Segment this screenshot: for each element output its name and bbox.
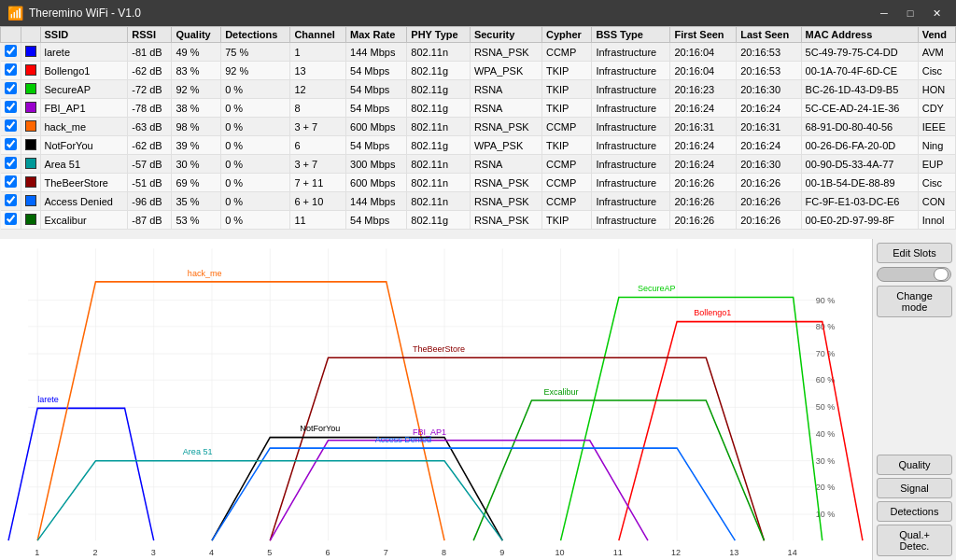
slider-control[interactable] <box>877 267 951 282</box>
quality-button[interactable]: Quality <box>877 455 952 475</box>
row-checkbox-cell[interactable] <box>1 62 21 80</box>
col-first[interactable]: First Seen <box>670 27 737 43</box>
col-bss[interactable]: BSS Type <box>592 27 670 43</box>
edit-slots-button[interactable]: Edit Slots <box>877 243 952 263</box>
row-checkbox-cell[interactable] <box>1 80 21 99</box>
col-phy[interactable]: PHY Type <box>407 27 471 43</box>
row-ssid: hack_me <box>40 118 128 136</box>
svg-text:9: 9 <box>499 548 504 557</box>
maximize-button[interactable]: □ <box>898 4 922 22</box>
col-mac[interactable]: MAC Address <box>801 27 918 43</box>
row-vend: Cisc <box>918 62 955 80</box>
row-checkbox[interactable] <box>5 63 17 76</box>
table-row[interactable]: FBI_AP1-78 dB38 %0 %854 Mbps802.11gRSNAT… <box>1 99 956 118</box>
table-row[interactable]: TheBeerStore-51 dB69 %0 %7 + 11600 Mbps8… <box>1 174 956 192</box>
row-bss: Infrastructure <box>592 155 670 174</box>
row-checkbox[interactable] <box>5 45 17 57</box>
table-row[interactable]: NotForYou-62 dB39 %0 %654 Mbps802.11gWPA… <box>1 136 956 155</box>
bottom-buttons: Quality Signal Detections Qual.+ Detec. <box>877 455 952 556</box>
close-button[interactable]: ✕ <box>924 4 949 22</box>
svg-text:2: 2 <box>92 548 97 557</box>
row-detections: 0 % <box>221 192 290 211</box>
col-channel[interactable]: Channel <box>290 27 346 43</box>
row-channel: 13 <box>290 62 346 80</box>
svg-text:11: 11 <box>613 548 623 557</box>
row-checkbox-cell[interactable] <box>1 99 21 118</box>
color-dot <box>25 176 36 188</box>
row-checkbox[interactable] <box>5 138 17 150</box>
titlebar: 📶 Theremino WiFi - V1.0 ─ □ ✕ <box>0 0 956 26</box>
row-ssid: Area 51 <box>40 155 128 174</box>
table-row[interactable]: Access Denied-96 dB35 %0 %6 + 10144 Mbps… <box>1 192 956 211</box>
change-mode-button[interactable]: Change mode <box>877 286 952 317</box>
network-notforyou-line <box>212 438 502 540</box>
row-mac: 00-1A-70-4F-6D-CE <box>801 62 918 80</box>
row-checkbox[interactable] <box>5 157 17 169</box>
row-checkbox[interactable] <box>5 119 17 132</box>
row-bss: Infrastructure <box>592 211 670 230</box>
svg-text:hack_me: hack_me <box>188 268 222 277</box>
network-accessdenied-line <box>212 448 735 540</box>
col-last[interactable]: Last Seen <box>737 27 801 43</box>
row-maxrate: 54 Mbps <box>346 80 407 99</box>
row-checkbox[interactable] <box>5 194 17 206</box>
minimize-button[interactable]: ─ <box>872 4 896 22</box>
row-checkbox[interactable] <box>5 82 17 94</box>
window-controls: ─ □ ✕ <box>872 4 949 22</box>
network-table-container[interactable]: SSID RSSI Quality Detections Channel Max… <box>0 26 956 239</box>
detections-button[interactable]: Detections <box>877 501 952 522</box>
row-color-cell <box>21 174 40 192</box>
svg-text:TheBeerStore: TheBeerStore <box>413 344 465 354</box>
svg-text:14: 14 <box>788 548 797 557</box>
svg-text:Bollengo1: Bollengo1 <box>694 308 731 317</box>
row-channel: 3 + 7 <box>290 155 346 174</box>
row-quality: 69 % <box>172 174 221 192</box>
row-mac: 5C-CE-AD-24-1E-36 <box>801 99 918 118</box>
row-first-seen: 20:16:23 <box>670 80 737 99</box>
table-row[interactable]: Area 51-57 dB30 %0 %3 + 7300 Mbps802.11n… <box>1 155 956 174</box>
row-checkbox-cell[interactable] <box>1 118 21 136</box>
row-vend: Innol <box>918 211 955 230</box>
row-channel: 1 <box>290 43 346 62</box>
table-row[interactable]: larete-81 dB49 %75 %1144 Mbps802.11nRSNA… <box>1 43 956 62</box>
row-checkbox-cell[interactable] <box>1 174 21 192</box>
col-detections[interactable]: Detections <box>221 27 290 43</box>
row-checkbox-cell[interactable] <box>1 136 21 155</box>
col-security[interactable]: Security <box>470 27 541 43</box>
row-checkbox-cell[interactable] <box>1 43 21 62</box>
row-channel: 12 <box>290 80 346 99</box>
row-channel: 11 <box>290 211 346 230</box>
main-container: SSID RSSI Quality Detections Channel Max… <box>0 26 956 560</box>
col-cypher[interactable]: Cypher <box>541 27 591 43</box>
row-color-cell <box>21 118 40 136</box>
row-checkbox[interactable] <box>5 101 17 113</box>
table-row[interactable]: Excalibur-87 dB53 %0 %1154 Mbps802.11gRS… <box>1 211 956 230</box>
row-checkbox-cell[interactable] <box>1 211 21 230</box>
row-bss: Infrastructure <box>592 62 670 80</box>
row-vend: IEEE <box>918 118 955 136</box>
network-beerstore-line <box>270 357 764 540</box>
col-quality[interactable]: Quality <box>172 27 221 43</box>
row-checkbox[interactable] <box>5 213 17 225</box>
row-rssi: -51 dB <box>128 174 172 192</box>
table-row[interactable]: Bollengo1-62 dB83 %92 %1354 Mbps802.11gW… <box>1 62 956 80</box>
row-vend: AVM <box>918 43 955 62</box>
color-dot <box>25 158 36 169</box>
table-row[interactable]: SecureAP-72 dB92 %0 %1254 Mbps802.11gRSN… <box>1 80 956 99</box>
row-bss: Infrastructure <box>592 80 670 99</box>
row-checkbox-cell[interactable] <box>1 155 21 174</box>
row-checkbox-cell[interactable] <box>1 192 21 211</box>
table-row[interactable]: hack_me-63 dB98 %0 %3 + 7600 Mbps802.11n… <box>1 118 956 136</box>
col-vend[interactable]: Vend <box>918 27 955 43</box>
svg-text:Access Denied: Access Denied <box>375 435 431 444</box>
col-ssid[interactable]: SSID <box>40 27 128 43</box>
qual-detec-button[interactable]: Qual.+ Detec. <box>877 525 952 556</box>
row-checkbox[interactable] <box>5 175 17 188</box>
row-first-seen: 20:16:04 <box>670 62 737 80</box>
row-security: WPA_PSK <box>470 62 541 80</box>
signal-button[interactable]: Signal <box>877 478 952 498</box>
col-rssi[interactable]: RSSI <box>128 27 172 43</box>
col-maxrate[interactable]: Max Rate <box>346 27 407 43</box>
row-detections: 0 % <box>221 174 290 192</box>
row-ssid: Access Denied <box>40 192 128 211</box>
